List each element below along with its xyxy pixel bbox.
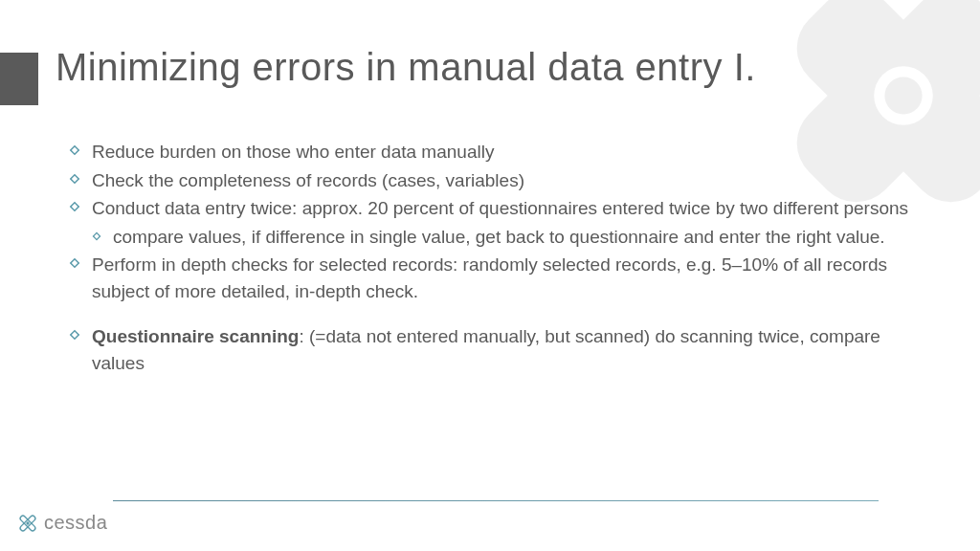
svg-rect-6 <box>71 203 78 210</box>
bullet-item: Questionnaire scanning: (=data not enter… <box>69 323 911 376</box>
svg-rect-8 <box>71 259 78 267</box>
svg-rect-4 <box>71 146 78 154</box>
slide-content: Reduce burden on those who enter data ma… <box>69 139 911 378</box>
bullet-list: Reduce burden on those who enter data ma… <box>69 139 911 376</box>
svg-rect-7 <box>93 232 100 239</box>
logo-icon <box>17 513 38 534</box>
bullet-item: Perform in depth checks for selected rec… <box>69 252 911 304</box>
svg-rect-5 <box>71 174 78 182</box>
svg-point-2 <box>874 66 933 125</box>
footer-divider <box>113 500 879 501</box>
bullet-item: Reduce burden on those who enter data ma… <box>69 139 911 165</box>
svg-point-3 <box>884 77 922 114</box>
svg-rect-9 <box>71 331 78 339</box>
bullet-item: Check the completeness of records (cases… <box>69 167 911 194</box>
svg-point-12 <box>26 521 29 524</box>
logo: cessda <box>17 512 107 534</box>
bullet-item: compare values, if difference in single … <box>92 224 911 251</box>
logo-text: cessda <box>44 512 107 534</box>
slide-title: Minimizing errors in manual data entry I… <box>56 46 756 89</box>
title-accent-bar <box>0 53 38 105</box>
bullet-item: Conduct data entry twice: approx. 20 per… <box>69 195 911 222</box>
